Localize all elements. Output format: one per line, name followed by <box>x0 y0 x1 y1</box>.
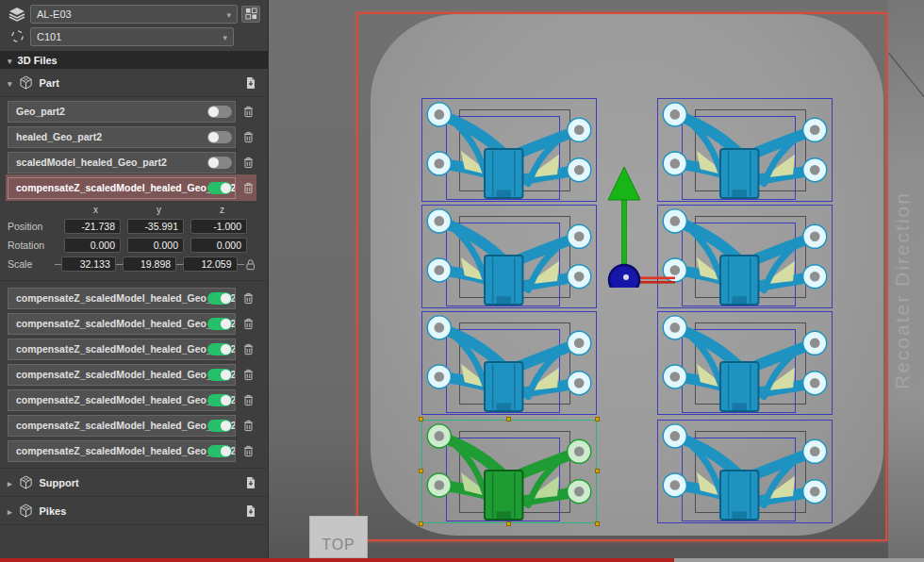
cube-icon <box>19 75 33 90</box>
layout-grid-button[interactable] <box>241 6 260 23</box>
visibility-toggle[interactable] <box>207 394 232 406</box>
sidebar: AL-E03 C101 3D Files Part Geo_part2 <box>0 0 269 558</box>
scale-y-field[interactable]: 19.898 <box>123 256 176 272</box>
selection-handle[interactable] <box>506 521 511 526</box>
view-orientation-badge[interactable]: TOP <box>309 516 368 558</box>
build-dropdown-value: AL-E03 <box>37 8 226 20</box>
rotation-y-field[interactable]: 0.000 <box>127 238 184 253</box>
scale-label: Scale <box>8 258 55 270</box>
selection-handle[interactable] <box>595 417 600 422</box>
selection-box <box>421 420 597 523</box>
part-instance[interactable] <box>657 420 833 523</box>
trash-icon[interactable] <box>241 106 255 118</box>
instance-list-item[interactable]: compensateZ_scaledModel_healed_Geo_part2 <box>8 363 255 386</box>
part-instance[interactable] <box>421 311 597 415</box>
visibility-toggle[interactable] <box>207 318 232 330</box>
part-list-item[interactable]: scaledModel_healed_Geo_part2 <box>8 151 255 174</box>
transform-gizmo[interactable] <box>577 165 681 288</box>
scale-x-field[interactable]: 32.133 <box>61 256 115 272</box>
part-instance[interactable] <box>657 311 833 415</box>
visibility-toggle[interactable] <box>207 343 232 355</box>
build-dropdown[interactable]: AL-E03 <box>30 5 238 24</box>
progress-bar-played <box>0 558 674 562</box>
selection-handle[interactable] <box>595 469 600 473</box>
part-instance[interactable] <box>657 205 833 308</box>
axis-header-x: x <box>64 205 127 218</box>
part-name: compensateZ_scaledModel_healed_Geo_part2 <box>16 445 236 456</box>
trash-icon[interactable] <box>241 343 255 355</box>
chevron-down-icon <box>223 31 227 42</box>
part-instance[interactable] <box>421 98 597 202</box>
transform-panel: x y z Position -21.738 -35.991 -1.000 Ro… <box>0 202 268 281</box>
selection-handle[interactable] <box>419 521 423 526</box>
part-list-item-selected[interactable]: compensateZ_scaledModel_healed_Geo_part2 <box>8 176 255 199</box>
rotation-z-field[interactable]: 0.000 <box>190 238 247 253</box>
section-pikes[interactable]: Pikes <box>0 497 268 525</box>
trash-icon[interactable] <box>241 182 255 194</box>
part-list: Geo_part2 healed_Geo_part2 scaledModel_h… <box>0 100 268 199</box>
instance-list-item[interactable]: compensateZ_scaledModel_healed_Geo_part2 <box>8 287 255 309</box>
trash-icon[interactable] <box>241 292 255 305</box>
link-dash <box>55 264 61 265</box>
trash-icon[interactable] <box>241 394 255 406</box>
visibility-toggle[interactable] <box>207 445 232 457</box>
trash-icon[interactable] <box>241 318 255 330</box>
part-instance[interactable] <box>657 98 833 202</box>
part-list-item[interactable]: Geo_part2 <box>8 100 255 123</box>
part-outer-box <box>657 420 833 523</box>
position-y-field[interactable]: -35.991 <box>127 219 184 234</box>
visibility-toggle[interactable] <box>207 182 232 194</box>
section-part[interactable]: Part <box>0 69 268 97</box>
trash-icon[interactable] <box>241 420 255 432</box>
visibility-toggle[interactable] <box>207 420 232 432</box>
chevron-down-icon <box>8 77 12 89</box>
scale-z-field[interactable]: 12.059 <box>183 256 237 272</box>
lock-icon[interactable] <box>246 258 256 271</box>
trash-icon[interactable] <box>241 157 255 169</box>
selection-handle[interactable] <box>595 521 600 526</box>
visibility-toggle[interactable] <box>207 292 232 305</box>
part-outer-box <box>421 98 597 202</box>
trash-icon[interactable] <box>241 131 255 143</box>
part-instance[interactable] <box>421 205 597 308</box>
visibility-toggle[interactable] <box>207 157 232 169</box>
position-z-field[interactable]: -1.000 <box>190 219 247 234</box>
instance-list-item[interactable]: compensateZ_scaledModel_healed_Geo_part2 <box>8 388 255 411</box>
import-file-icon[interactable] <box>245 504 256 518</box>
visibility-toggle[interactable] <box>207 106 232 118</box>
gizmo-z-dot <box>623 274 629 280</box>
position-label: Position <box>8 221 58 232</box>
position-x-field[interactable]: -21.738 <box>64 219 121 234</box>
rotation-x-field[interactable]: 0.000 <box>64 238 121 253</box>
instance-list-item[interactable]: compensateZ_scaledModel_healed_Geo_part2 <box>8 312 255 335</box>
selection-handle[interactable] <box>419 469 423 473</box>
layers-icon <box>6 7 28 22</box>
import-file-icon[interactable] <box>245 476 256 489</box>
trash-icon[interactable] <box>241 445 255 457</box>
gizmo-y-arrowhead[interactable] <box>608 167 640 200</box>
part-list-item[interactable]: healed_Geo_part2 <box>8 125 255 148</box>
section-support[interactable]: Support <box>0 469 268 497</box>
visibility-toggle[interactable] <box>207 369 232 381</box>
view-orientation-label: TOP <box>322 537 355 554</box>
part-instance-selected[interactable] <box>421 420 597 523</box>
selection-handle[interactable] <box>506 417 511 422</box>
instance-list-item[interactable]: compensateZ_scaledModel_healed_Geo_part2 <box>8 414 255 437</box>
machine-dropdown[interactable]: C101 <box>30 27 234 46</box>
part-name: scaledModel_healed_Geo_part2 <box>16 157 167 168</box>
chevron-right-icon <box>8 477 12 488</box>
import-file-icon[interactable] <box>245 76 256 90</box>
instance-list: compensateZ_scaledModel_healed_Geo_part2… <box>0 281 268 469</box>
progress-bar[interactable] <box>0 558 924 562</box>
visibility-toggle[interactable] <box>207 131 232 143</box>
instance-list-item[interactable]: compensateZ_scaledModel_healed_Geo_part2 <box>8 338 255 360</box>
chevron-right-icon <box>8 505 12 517</box>
part-name: compensateZ_scaledModel_healed_Geo_part2 <box>16 394 236 405</box>
section-3d-files[interactable]: 3D Files <box>0 51 268 69</box>
viewport-3d[interactable]: TOP Recoater Direction <box>269 0 924 558</box>
selection-handle[interactable] <box>419 417 423 422</box>
axis-header-z: z <box>190 205 254 218</box>
part-name: healed_Geo_part2 <box>16 131 102 142</box>
trash-icon[interactable] <box>241 369 255 381</box>
instance-list-item[interactable]: compensateZ_scaledModel_healed_Geo_part2 <box>8 439 255 462</box>
